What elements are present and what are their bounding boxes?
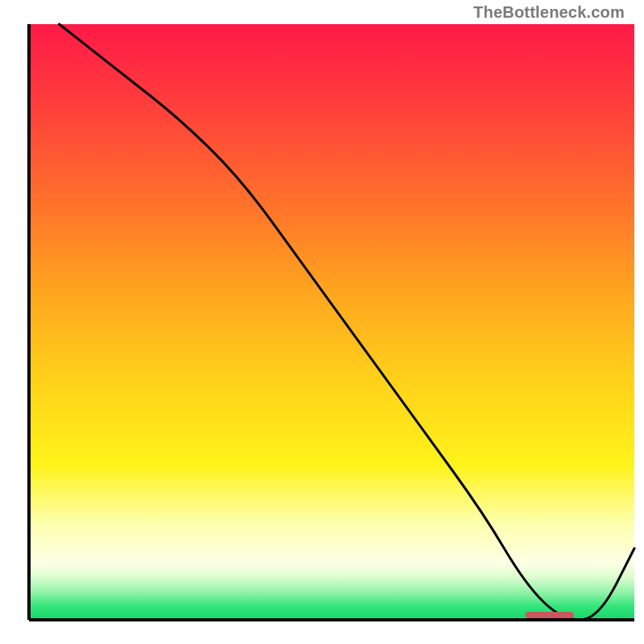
optimum-marker — [526, 612, 574, 618]
gradient-background — [29, 24, 634, 620]
chart-container: TheBottleneck.com — [0, 0, 644, 644]
watermark-label: TheBottleneck.com — [473, 3, 625, 22]
bottleneck-chart — [0, 0, 644, 644]
